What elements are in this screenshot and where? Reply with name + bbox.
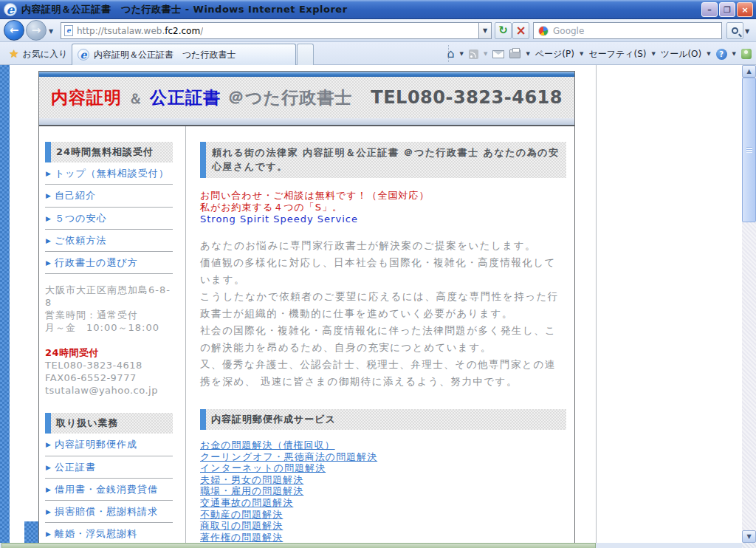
service-link-commerce[interactable]: 商取引の問題解決 xyxy=(200,520,566,532)
address-input[interactable]: http://tsutalaw.web.fc2.com/ xyxy=(61,22,478,39)
page-background-pattern-block xyxy=(24,521,39,543)
window-titlebar[interactable]: e 内容証明＆公正証書 つた行政書士 - Windows Internet Ex… xyxy=(0,0,756,19)
service-link-internet[interactable]: インターネットの問題解決 xyxy=(200,462,566,474)
promo-free-consultation: お問い合わせ・ご相談は無料です！（全国対応） xyxy=(200,190,566,202)
help-dropdown-icon[interactable]: ▼ xyxy=(732,51,736,57)
address-line: 営業時間：通常受付 xyxy=(45,309,173,321)
back-button[interactable]: ← xyxy=(4,20,24,41)
sidebar-link-label: 離婚・浮気慰謝料 xyxy=(55,528,137,540)
recent-pages-dropdown-icon[interactable]: ▼ xyxy=(49,28,53,35)
sidebar-section-consult-title: 24時間無料相談受付 xyxy=(45,142,173,162)
home-dropdown-icon[interactable]: ▼ xyxy=(460,51,464,57)
vertical-scrollbar-thumb[interactable] xyxy=(742,78,756,222)
new-tab-button[interactable] xyxy=(297,44,314,65)
sidebar-link-label: ５つの安心 xyxy=(55,213,107,225)
arrow-icon: ▶ xyxy=(46,484,52,494)
service-link-real-estate[interactable]: 不動産の問題解決 xyxy=(200,509,566,521)
google-logo-icon xyxy=(538,26,549,36)
home-icon[interactable]: ⌂ xyxy=(447,48,454,60)
menu-safety[interactable]: セーフティ(S) xyxy=(588,48,646,61)
close-button[interactable]: × xyxy=(737,2,753,17)
stop-button[interactable]: × xyxy=(512,22,529,39)
tab-current-page[interactable]: e 内容証明＆公正証書 つた行政書士 xyxy=(72,44,296,65)
help-icon[interactable]: ? xyxy=(716,49,727,60)
service-link-money[interactable]: お金の問題解決（債権回収） xyxy=(200,439,566,451)
search-button[interactable] xyxy=(726,22,743,39)
menu-tools[interactable]: ツール(O) xyxy=(661,48,701,61)
minimize-button[interactable]: – xyxy=(701,2,718,17)
print-icon[interactable] xyxy=(509,49,520,58)
arrow-icon: ▶ xyxy=(46,168,52,178)
sidebar-link-label: 損害賠償・慰謝料請求 xyxy=(55,506,158,518)
arrow-icon: ▶ xyxy=(46,235,52,245)
sidebar-link-loan-agreement[interactable]: ▶借用書・金銭消費貸借 xyxy=(45,479,173,501)
scroll-down-button[interactable]: ▼ xyxy=(742,530,756,543)
rss-feed-icon[interactable] xyxy=(469,49,478,59)
contact-fax: FAX06-6552-9777 xyxy=(45,371,173,384)
safety-dropdown-icon[interactable]: ▼ xyxy=(651,51,655,57)
page-icon xyxy=(64,25,73,36)
promo-four-s: 私がお約束する４つの「S」。 xyxy=(200,202,566,213)
paragraph: こうしたなかで依頼者のご要望に応えるには、高度な専門性を持った行政書士が組織的・… xyxy=(200,288,566,322)
sidebar-link-label: 公正証書 xyxy=(55,462,96,473)
read-mail-icon[interactable] xyxy=(492,50,504,58)
search-input[interactable]: Google xyxy=(533,22,722,39)
site-container: 内容証明 ＆ 公正証書 ＠つた行政書士 TEL080-3823-4618 24時… xyxy=(38,71,575,543)
sidebar-link-label: 自己紹介 xyxy=(55,190,96,202)
tab-title: 内容証明＆公正証書 つた行政書士 xyxy=(94,49,236,61)
address-dropdown-button[interactable]: ▼ xyxy=(478,22,492,39)
service-link-traffic[interactable]: 交通事故の問題解決 xyxy=(200,497,566,509)
arrow-icon: ▶ xyxy=(46,462,52,472)
stop-icon: × xyxy=(515,24,526,37)
page-dropdown-icon[interactable]: ▼ xyxy=(580,51,583,57)
address-line: 大阪市大正区南恩加島6-8-8 xyxy=(45,284,173,309)
horizontal-scrollbar-thumb[interactable] xyxy=(1,543,596,548)
sidebar-link-koseishosho[interactable]: ▶公正証書 xyxy=(45,456,173,479)
vertical-scrollbar[interactable]: ▲ ▼ xyxy=(742,65,756,543)
sidebar-link-naiyoshomei[interactable]: ▶内容証明郵便作成 xyxy=(45,434,173,456)
tools-dropdown-icon[interactable]: ▼ xyxy=(707,51,710,57)
header-telephone: TEL080-3823-4618 xyxy=(371,87,563,108)
scroll-up-button[interactable]: ▲ xyxy=(742,65,756,78)
print-dropdown-icon[interactable]: ▼ xyxy=(526,51,529,57)
arrow-icon: ▶ xyxy=(46,257,52,267)
refresh-button[interactable]: ↻ xyxy=(495,22,512,39)
sidebar-link-label: 借用書・金銭消費貸借 xyxy=(55,484,158,496)
sidebar-link-divorce[interactable]: ▶離婚・浮気慰謝料 xyxy=(45,523,173,543)
contact-promo-lines: お問い合わせ・ご相談は無料です！（全国対応） 私がお約束する４つの「S」。 St… xyxy=(200,190,566,225)
search-options-dropdown-icon[interactable]: ▼ xyxy=(745,28,749,35)
sidebar-link-how-to-request[interactable]: ▶ご依頼方法 xyxy=(45,230,173,252)
tab-command-bar: ★ お気に入り e 内容証明＆公正証書 つた行政書士 ⌂ ▼ ▼ ▼ ページ(P… xyxy=(0,42,756,65)
paragraph: あなたのお悩みに専門家行政書士が解決案のご提案をいたします。 xyxy=(200,237,566,254)
sidebar-link-damages-claim[interactable]: ▶損害賠償・慰謝料請求 xyxy=(45,501,173,523)
header-sub-bar xyxy=(39,118,574,126)
arrow-icon: ▶ xyxy=(46,528,52,538)
paragraph: 又、優秀な弁護士、公認会計士、税理士、弁理士、その他専門家との連携を深め、 迅速… xyxy=(200,356,566,390)
site-title-blue: 公正証書 xyxy=(150,88,221,107)
page-viewport: 内容証明 ＆ 公正証書 ＠つた行政書士 TEL080-3823-4618 24時… xyxy=(0,65,742,543)
sidebar-link-profile[interactable]: ▶自己紹介 xyxy=(45,185,173,207)
sidebar-link-choosing-gyoseishoshi[interactable]: ▶行政書士の選び方 xyxy=(45,252,173,274)
favorites-button[interactable]: ★ お気に入り xyxy=(3,45,73,63)
sidebar-link-five-assurances[interactable]: ▶５つの安心 xyxy=(45,208,173,230)
contact-tel: TEL080-3823-4618 xyxy=(45,359,173,371)
main-content: 頼れる街の法律家 内容証明＆公正証書 ＠つた行政書士 あなたの為の安心屋さんです… xyxy=(186,126,574,543)
restore-button[interactable]: ❐ xyxy=(719,2,735,17)
sidebar-link-label: 内容証明郵便作成 xyxy=(55,439,137,451)
introduction-paragraphs: あなたのお悩みに専門家行政書士が解決案のご提案をいたします。 価値観の多様化に対… xyxy=(200,237,566,390)
menu-page[interactable]: ページ(P) xyxy=(535,48,574,61)
window-title: 内容証明＆公正証書 つた行政書士 - Windows Internet Expl… xyxy=(21,3,348,16)
arrow-icon: ▶ xyxy=(46,213,52,223)
horizontal-scrollbar[interactable] xyxy=(0,543,742,548)
service-link-copyright[interactable]: 著作権の問題解決 xyxy=(200,532,566,543)
messenger-icon[interactable] xyxy=(741,49,752,59)
service-link-couples[interactable]: 夫婦・男女の問題解決 xyxy=(200,474,566,486)
page-right-border xyxy=(596,65,597,543)
promo-slogan: Strong Spirit Speedy Service xyxy=(200,213,566,225)
contact-email: tsutalaw@yahoo.co.jp xyxy=(45,384,173,397)
service-link-workplace[interactable]: 職場・雇用の問題解決 xyxy=(200,485,566,497)
service-link-cooling-off[interactable]: クーリングオフ・悪徳商法の問題解決 xyxy=(200,451,566,463)
site-title-red: 内容証明 xyxy=(51,88,122,107)
forward-button[interactable]: → xyxy=(26,20,47,41)
sidebar-link-top[interactable]: ▶トップ（無料相談受付） xyxy=(45,162,173,185)
